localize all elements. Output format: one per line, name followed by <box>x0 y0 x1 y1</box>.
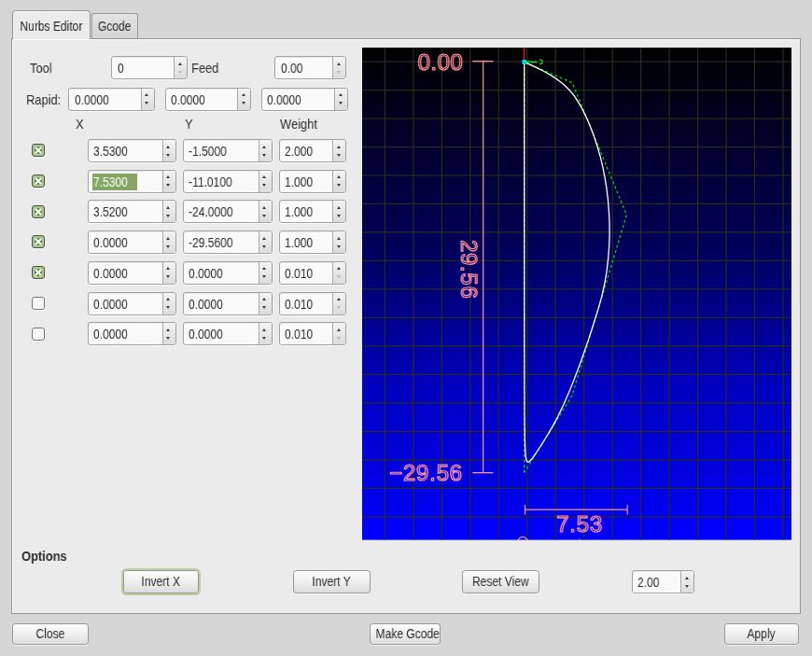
svg-text:0.00: 0.00 <box>417 49 463 75</box>
svg-text:7.53: 7.53 <box>556 511 603 537</box>
svg-text:29.56: 29.56 <box>456 240 482 300</box>
svg-text:−29.56: −29.56 <box>389 460 463 485</box>
